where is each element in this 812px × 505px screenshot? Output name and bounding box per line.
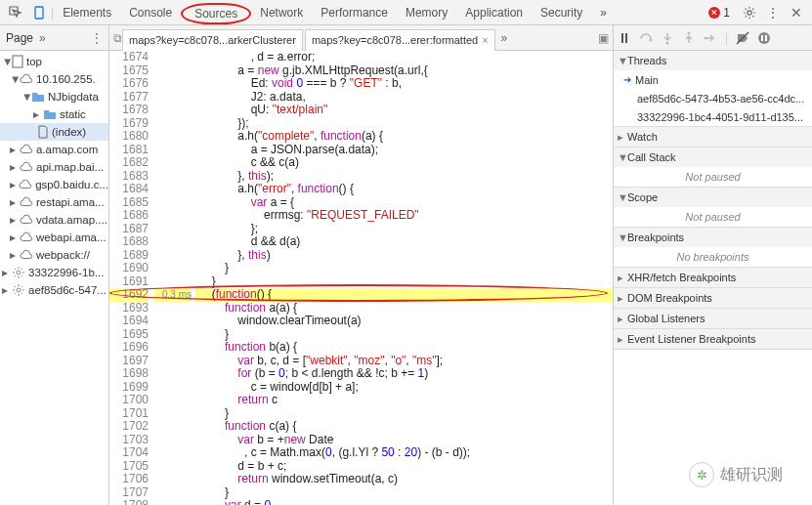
tab-network[interactable]: Network xyxy=(251,0,312,25)
close-icon[interactable]: × xyxy=(482,34,488,46)
breakpoints-body: No breakpoints xyxy=(614,247,812,267)
file-tree[interactable]: ▼top ▼10.160.255. ▼NJbigdata ▸static (in… xyxy=(0,51,109,505)
tab-security[interactable]: Security xyxy=(532,0,591,25)
tree-webpack[interactable]: webpack:// xyxy=(36,249,90,261)
thread-2[interactable]: 33322996-1bc4-4051-9d11-d135... xyxy=(614,107,812,126)
threads-header[interactable]: ▼Threads xyxy=(614,51,812,70)
callstack-body: Not paused xyxy=(614,167,812,187)
event-bp-header[interactable]: ▸Event Listener Breakpoints xyxy=(614,329,812,349)
tab-performance[interactable]: Performance xyxy=(312,0,397,25)
page-menu[interactable]: ⋮ xyxy=(91,31,103,45)
tabs-more[interactable]: » xyxy=(591,0,616,25)
xhr-bp-header[interactable]: ▸XHR/fetch Breakpoints xyxy=(614,268,812,287)
tree-index[interactable]: (index) xyxy=(52,126,86,138)
watch-header[interactable]: ▸Watch xyxy=(614,127,812,147)
svg-point-2 xyxy=(650,38,653,41)
callstack-header[interactable]: ▼Call Stack xyxy=(614,147,812,167)
pause-icon[interactable] xyxy=(618,31,631,45)
global-listeners-header[interactable]: ▸Global Listeners xyxy=(614,309,812,328)
svg-point-4 xyxy=(688,31,691,34)
thread-1[interactable]: aef85d6c-5473-4b53-ae56-cc4dc... xyxy=(614,89,812,107)
tree-amap[interactable]: a.amap.com xyxy=(36,144,98,155)
watermark-text: 雄研识测 xyxy=(720,465,783,485)
page-more[interactable]: » xyxy=(39,31,46,45)
svg-point-6 xyxy=(758,32,770,44)
pause-exceptions-icon[interactable] xyxy=(757,31,771,45)
svg-point-9 xyxy=(17,288,21,292)
tree-static[interactable]: static xyxy=(60,108,86,120)
step-into-icon[interactable] xyxy=(661,31,674,45)
code-source[interactable]: , d = a.error; a = new g.jb.XMLHttpReque… xyxy=(195,51,613,505)
page-label[interactable]: Page xyxy=(6,31,33,45)
tree-worker1[interactable]: 33322996-1b... xyxy=(28,267,104,278)
error-count: 1 xyxy=(723,6,730,20)
svg-point-3 xyxy=(666,41,669,44)
svg-rect-7 xyxy=(13,56,22,67)
inspect-icon[interactable] xyxy=(8,5,23,21)
step-out-icon[interactable] xyxy=(682,31,696,45)
device-icon[interactable] xyxy=(31,5,47,21)
tree-vdata[interactable]: vdata.amap.... xyxy=(36,214,107,226)
tree-webapi[interactable]: webapi.ama... xyxy=(36,231,107,243)
tree-ip[interactable]: 10.160.255. xyxy=(36,73,96,85)
dom-bp-header[interactable]: ▸DOM Breakpoints xyxy=(614,288,812,308)
tab-elements[interactable]: Elements xyxy=(54,0,120,25)
tab-application[interactable]: Application xyxy=(456,0,532,25)
close-devtools-icon[interactable]: ✕ xyxy=(789,5,804,21)
svg-point-1 xyxy=(748,10,751,14)
tree-nj[interactable]: NJbigdata xyxy=(48,91,99,103)
tree-gsp[interactable]: gsp0.baidu.c... xyxy=(35,179,108,190)
svg-point-5 xyxy=(705,36,707,39)
file-tab-1-label: maps?key=c8c078...arkerClusterer xyxy=(129,34,296,46)
tab-sources[interactable]: Sources xyxy=(181,3,251,24)
wechat-icon: ✲ xyxy=(689,462,714,487)
settings-icon[interactable] xyxy=(742,5,757,21)
scope-header[interactable]: ▼Scope xyxy=(614,188,812,207)
tree-apimap[interactable]: api.map.bai... xyxy=(36,161,104,173)
deactivate-bp-icon[interactable] xyxy=(736,31,749,45)
code-editor[interactable]: 1674167516761677167816791680168116821683… xyxy=(109,51,613,505)
tab-memory[interactable]: Memory xyxy=(397,0,456,25)
tree-worker2[interactable]: aef85d6c-547... xyxy=(28,284,107,296)
error-indicator[interactable]: ✕1 xyxy=(708,6,730,20)
svg-rect-0 xyxy=(35,7,43,19)
tab-console[interactable]: Console xyxy=(120,0,181,25)
watermark: ✲ 雄研识测 xyxy=(689,462,783,487)
file-tabs-more[interactable]: » xyxy=(501,31,508,45)
step-over-icon[interactable] xyxy=(639,31,653,45)
svg-point-8 xyxy=(17,271,21,274)
file-tab-2-label: maps?key=c8c078...erer:formatted xyxy=(312,34,478,46)
nav-left-icon[interactable]: ⧉ xyxy=(113,31,122,45)
breakpoints-header[interactable]: ▼Breakpoints xyxy=(614,228,812,247)
tree-restapi[interactable]: restapi.ama... xyxy=(36,196,105,208)
thread-main[interactable]: Main xyxy=(614,70,812,89)
timing-gutter: 0.3 ms xyxy=(154,51,195,505)
debugger-pane: ▼Threads Main aef85d6c-5473-4b53-ae56-cc… xyxy=(613,51,812,505)
kebab-icon[interactable]: ⋮ xyxy=(765,5,781,21)
step-icon[interactable] xyxy=(704,31,717,45)
line-gutter: 1674167516761677167816791680168116821683… xyxy=(109,51,154,505)
scope-body: Not paused xyxy=(614,207,812,227)
nav-right-icon[interactable]: ▣ xyxy=(598,31,609,45)
file-tab-1[interactable]: maps?key=c8c078...arkerClusterer xyxy=(122,29,303,51)
tree-top[interactable]: top xyxy=(26,56,42,67)
file-tab-2[interactable]: maps?key=c8c078...erer:formatted× xyxy=(305,29,495,51)
